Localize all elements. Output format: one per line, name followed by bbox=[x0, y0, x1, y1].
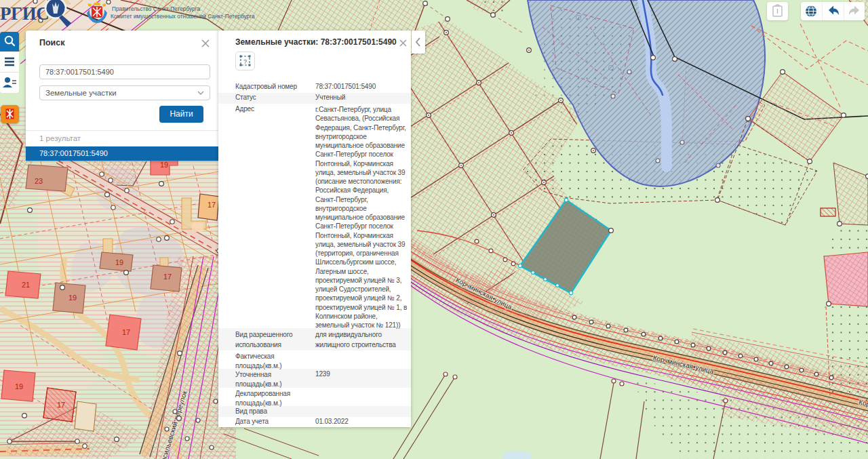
svg-text:?: ? bbox=[243, 58, 247, 65]
svg-text:17: 17 bbox=[163, 273, 172, 281]
svg-text:17: 17 bbox=[208, 201, 216, 209]
svg-text:17: 17 bbox=[122, 328, 130, 336]
svg-text:23: 23 bbox=[35, 177, 43, 185]
svg-text:19: 19 bbox=[160, 161, 168, 169]
svg-text:17: 17 bbox=[57, 401, 65, 409]
svg-text:РГИС: РГИС bbox=[0, 3, 49, 24]
svg-text:19: 19 bbox=[115, 258, 123, 266]
svg-text:Правительство Санкт-Петербурга: Правительство Санкт-Петербурга bbox=[112, 5, 201, 12]
svg-text:19: 19 bbox=[15, 382, 23, 391]
svg-text:21: 21 bbox=[22, 281, 30, 289]
svg-text:19: 19 bbox=[68, 294, 77, 302]
svg-text:Комитет имущественных отношени: Комитет имущественных отношений Санкт-Пе… bbox=[111, 13, 255, 20]
